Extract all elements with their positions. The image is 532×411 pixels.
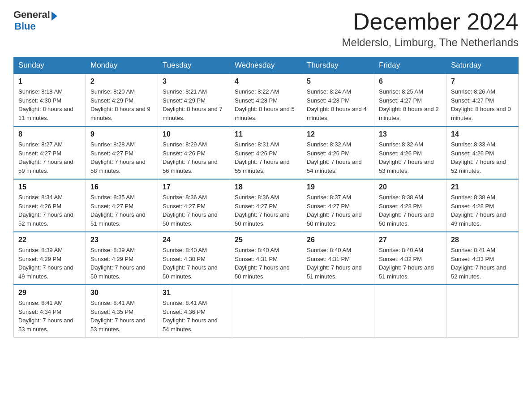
day-number: 13 [379, 130, 442, 138]
day-info: Sunrise: 8:41 AMSunset: 4:33 PMDaylight:… [451, 247, 506, 280]
week-row-2: 8Sunrise: 8:27 AMSunset: 4:27 PMDaylight… [14, 126, 519, 179]
day-info: Sunrise: 8:33 AMSunset: 4:26 PMDaylight:… [451, 141, 506, 174]
day-number: 6 [379, 77, 442, 86]
day-info: Sunrise: 8:41 AMSunset: 4:34 PMDaylight:… [18, 300, 73, 333]
calendar-cell: 21Sunrise: 8:38 AMSunset: 4:28 PMDayligh… [446, 179, 519, 232]
weekday-header-wednesday: Wednesday [230, 57, 302, 74]
calendar-cell: 5Sunrise: 8:24 AMSunset: 4:28 PMDaylight… [302, 74, 374, 127]
calendar-cell: 4Sunrise: 8:22 AMSunset: 4:28 PMDaylight… [230, 74, 302, 127]
day-number: 8 [18, 130, 81, 138]
calendar-cell: 20Sunrise: 8:38 AMSunset: 4:28 PMDayligh… [374, 179, 446, 232]
calendar-cell: 6Sunrise: 8:25 AMSunset: 4:27 PMDaylight… [374, 74, 446, 127]
day-number: 17 [163, 183, 225, 191]
day-number: 1 [18, 77, 81, 86]
calendar-cell: 2Sunrise: 8:20 AMSunset: 4:29 PMDaylight… [86, 74, 158, 127]
month-title: December 2024 [342, 9, 519, 34]
calendar-cell: 24Sunrise: 8:40 AMSunset: 4:30 PMDayligh… [158, 232, 230, 285]
day-number: 4 [235, 77, 297, 86]
calendar-cell: 11Sunrise: 8:31 AMSunset: 4:26 PMDayligh… [230, 126, 302, 179]
calendar-cell: 27Sunrise: 8:40 AMSunset: 4:32 PMDayligh… [374, 232, 446, 285]
weekday-header-friday: Friday [374, 57, 446, 74]
week-row-3: 15Sunrise: 8:34 AMSunset: 4:26 PMDayligh… [14, 179, 519, 232]
week-row-5: 29Sunrise: 8:41 AMSunset: 4:34 PMDayligh… [14, 285, 519, 338]
day-info: Sunrise: 8:25 AMSunset: 4:27 PMDaylight:… [379, 88, 439, 121]
day-number: 31 [163, 289, 225, 297]
day-info: Sunrise: 8:36 AMSunset: 4:27 PMDaylight:… [163, 194, 218, 227]
weekday-header-thursday: Thursday [302, 57, 374, 74]
calendar-cell: 1Sunrise: 8:18 AMSunset: 4:30 PMDaylight… [14, 74, 86, 127]
day-info: Sunrise: 8:37 AMSunset: 4:27 PMDaylight:… [307, 194, 362, 227]
day-info: Sunrise: 8:36 AMSunset: 4:27 PMDaylight:… [235, 194, 290, 227]
calendar-cell: 10Sunrise: 8:29 AMSunset: 4:26 PMDayligh… [158, 126, 230, 179]
logo-blue-text: Blue [14, 21, 36, 32]
calendar-cell: 16Sunrise: 8:35 AMSunset: 4:27 PMDayligh… [86, 179, 158, 232]
day-info: Sunrise: 8:29 AMSunset: 4:26 PMDaylight:… [163, 141, 218, 174]
calendar-cell: 26Sunrise: 8:40 AMSunset: 4:31 PMDayligh… [302, 232, 374, 285]
day-info: Sunrise: 8:26 AMSunset: 4:27 PMDaylight:… [451, 88, 511, 121]
calendar-cell: 30Sunrise: 8:41 AMSunset: 4:35 PMDayligh… [86, 285, 158, 338]
day-info: Sunrise: 8:35 AMSunset: 4:27 PMDaylight:… [90, 194, 146, 227]
calendar-cell: 18Sunrise: 8:36 AMSunset: 4:27 PMDayligh… [230, 179, 302, 232]
calendar-cell: 15Sunrise: 8:34 AMSunset: 4:26 PMDayligh… [14, 179, 86, 232]
day-info: Sunrise: 8:32 AMSunset: 4:26 PMDaylight:… [307, 141, 362, 174]
day-info: Sunrise: 8:31 AMSunset: 4:26 PMDaylight:… [235, 141, 290, 174]
day-number: 26 [307, 236, 369, 244]
day-info: Sunrise: 8:38 AMSunset: 4:28 PMDaylight:… [451, 194, 506, 227]
title-block: December 2024 Melderslo, Limburg, The Ne… [342, 9, 519, 49]
day-number: 5 [307, 77, 369, 86]
weekday-header-saturday: Saturday [446, 57, 519, 74]
calendar-cell [302, 285, 374, 338]
day-number: 3 [163, 77, 225, 86]
day-info: Sunrise: 8:21 AMSunset: 4:29 PMDaylight:… [163, 88, 223, 121]
calendar-cell: 19Sunrise: 8:37 AMSunset: 4:27 PMDayligh… [302, 179, 374, 232]
day-number: 14 [451, 130, 514, 138]
day-number: 22 [18, 236, 81, 244]
calendar-cell: 9Sunrise: 8:28 AMSunset: 4:27 PMDaylight… [86, 126, 158, 179]
calendar-cell: 28Sunrise: 8:41 AMSunset: 4:33 PMDayligh… [446, 232, 519, 285]
calendar-cell: 3Sunrise: 8:21 AMSunset: 4:29 PMDaylight… [158, 74, 230, 127]
day-info: Sunrise: 8:40 AMSunset: 4:32 PMDaylight:… [379, 247, 434, 280]
calendar-cell: 23Sunrise: 8:39 AMSunset: 4:29 PMDayligh… [86, 232, 158, 285]
day-number: 2 [90, 77, 153, 86]
logo-general-text: General [13, 9, 50, 21]
day-info: Sunrise: 8:40 AMSunset: 4:31 PMDaylight:… [307, 247, 362, 280]
weekday-header-monday: Monday [86, 57, 158, 74]
day-number: 29 [18, 289, 81, 297]
day-info: Sunrise: 8:39 AMSunset: 4:29 PMDaylight:… [90, 247, 146, 280]
calendar-cell [446, 285, 519, 338]
day-info: Sunrise: 8:34 AMSunset: 4:26 PMDaylight:… [18, 194, 73, 227]
day-number: 25 [235, 236, 297, 244]
calendar-cell: 7Sunrise: 8:26 AMSunset: 4:27 PMDaylight… [446, 74, 519, 127]
logo: General Blue [13, 9, 57, 32]
day-number: 28 [451, 236, 514, 244]
day-number: 9 [90, 130, 153, 138]
calendar-cell: 14Sunrise: 8:33 AMSunset: 4:26 PMDayligh… [446, 126, 519, 179]
day-number: 7 [451, 77, 514, 86]
day-number: 18 [235, 183, 297, 191]
calendar-cell: 12Sunrise: 8:32 AMSunset: 4:26 PMDayligh… [302, 126, 374, 179]
day-number: 24 [163, 236, 225, 244]
day-number: 12 [307, 130, 369, 138]
day-number: 15 [18, 183, 81, 191]
weekday-header-sunday: Sunday [14, 57, 86, 74]
day-info: Sunrise: 8:39 AMSunset: 4:29 PMDaylight:… [18, 247, 73, 280]
calendar-cell: 25Sunrise: 8:40 AMSunset: 4:31 PMDayligh… [230, 232, 302, 285]
calendar-table: SundayMondayTuesdayWednesdayThursdayFrid… [13, 57, 519, 338]
day-info: Sunrise: 8:20 AMSunset: 4:29 PMDaylight:… [90, 88, 150, 121]
day-info: Sunrise: 8:41 AMSunset: 4:35 PMDaylight:… [90, 300, 146, 333]
calendar-cell: 13Sunrise: 8:32 AMSunset: 4:26 PMDayligh… [374, 126, 446, 179]
day-number: 30 [90, 289, 153, 297]
weekday-header-tuesday: Tuesday [158, 57, 230, 74]
day-number: 20 [379, 183, 442, 191]
logo-triangle-icon [51, 12, 57, 21]
day-info: Sunrise: 8:18 AMSunset: 4:30 PMDaylight:… [18, 88, 73, 121]
week-row-1: 1Sunrise: 8:18 AMSunset: 4:30 PMDaylight… [14, 74, 519, 127]
calendar-cell [374, 285, 446, 338]
calendar-cell: 8Sunrise: 8:27 AMSunset: 4:27 PMDaylight… [14, 126, 86, 179]
day-info: Sunrise: 8:27 AMSunset: 4:27 PMDaylight:… [18, 141, 73, 174]
day-number: 10 [163, 130, 225, 138]
calendar-cell: 31Sunrise: 8:41 AMSunset: 4:36 PMDayligh… [158, 285, 230, 338]
calendar-cell: 29Sunrise: 8:41 AMSunset: 4:34 PMDayligh… [14, 285, 86, 338]
location-title: Melderslo, Limburg, The Netherlands [342, 36, 519, 49]
day-info: Sunrise: 8:40 AMSunset: 4:31 PMDaylight:… [235, 247, 290, 280]
